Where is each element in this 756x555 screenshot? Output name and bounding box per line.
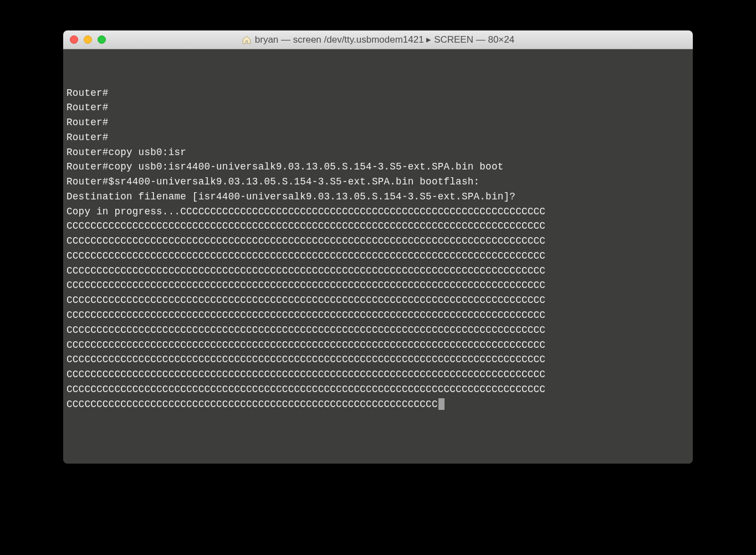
terminal-line: Router# [67, 86, 689, 101]
minimize-button[interactable] [84, 35, 92, 44]
terminal-line: CCCCCCCCCCCCCCCCCCCCCCCCCCCCCCCCCCCCCCCC… [67, 352, 689, 367]
cursor [438, 398, 445, 410]
maximize-button[interactable] [98, 35, 106, 44]
terminal-line: CCCCCCCCCCCCCCCCCCCCCCCCCCCCCCCCCCCCCCCC… [67, 323, 689, 338]
terminal-line: CCCCCCCCCCCCCCCCCCCCCCCCCCCCCCCCCCCCCCCC… [67, 278, 689, 293]
terminal-line: Router# [67, 100, 689, 115]
terminal-body[interactable]: Router#Router#Router#Router#Router#copy … [63, 49, 693, 464]
titlebar[interactable]: bryan — screen /dev/tty.usbmodem1421 ▸ S… [63, 30, 693, 49]
terminal-line: CCCCCCCCCCCCCCCCCCCCCCCCCCCCCCCCCCCCCCCC… [67, 264, 689, 279]
terminal-line: CCCCCCCCCCCCCCCCCCCCCCCCCCCCCCCCCCCCCCCC… [67, 293, 689, 308]
traffic-lights [70, 35, 106, 44]
terminal-line: Copy in progress...CCCCCCCCCCCCCCCCCCCCC… [67, 204, 689, 219]
terminal-line: Router# [67, 130, 689, 145]
home-icon [242, 35, 252, 45]
terminal-line: Router#copy usb0:isr4400-universalk9.03.… [67, 160, 689, 174]
terminal-line: CCCCCCCCCCCCCCCCCCCCCCCCCCCCCCCCCCCCCCCC… [67, 338, 689, 353]
terminal-line: CCCCCCCCCCCCCCCCCCCCCCCCCCCCCCCCCCCCCCCC… [67, 219, 689, 234]
terminal-line: CCCCCCCCCCCCCCCCCCCCCCCCCCCCCCCCCCCCCCCC… [67, 382, 689, 397]
terminal-line: Router#copy usb0:isr [67, 145, 689, 160]
terminal-line: CCCCCCCCCCCCCCCCCCCCCCCCCCCCCCCCCCCCCCCC… [67, 308, 689, 323]
terminal-line: Router# [67, 115, 689, 130]
terminal-line: CCCCCCCCCCCCCCCCCCCCCCCCCCCCCCCCCCCCCCCC… [67, 397, 689, 412]
close-button[interactable] [70, 35, 78, 44]
terminal-line: Router#$sr4400-universalk9.03.13.05.S.15… [67, 174, 689, 189]
window-title: bryan — screen /dev/tty.usbmodem1421 ▸ S… [255, 34, 514, 45]
window-title-wrap: bryan — screen /dev/tty.usbmodem1421 ▸ S… [242, 34, 514, 45]
terminal-line: CCCCCCCCCCCCCCCCCCCCCCCCCCCCCCCCCCCCCCCC… [67, 234, 689, 249]
terminal-window: bryan — screen /dev/tty.usbmodem1421 ▸ S… [63, 30, 693, 464]
terminal-line: CCCCCCCCCCCCCCCCCCCCCCCCCCCCCCCCCCCCCCCC… [67, 249, 689, 264]
terminal-line: CCCCCCCCCCCCCCCCCCCCCCCCCCCCCCCCCCCCCCCC… [67, 367, 689, 382]
terminal-line: Destination filename [isr4400-universalk… [67, 189, 689, 204]
